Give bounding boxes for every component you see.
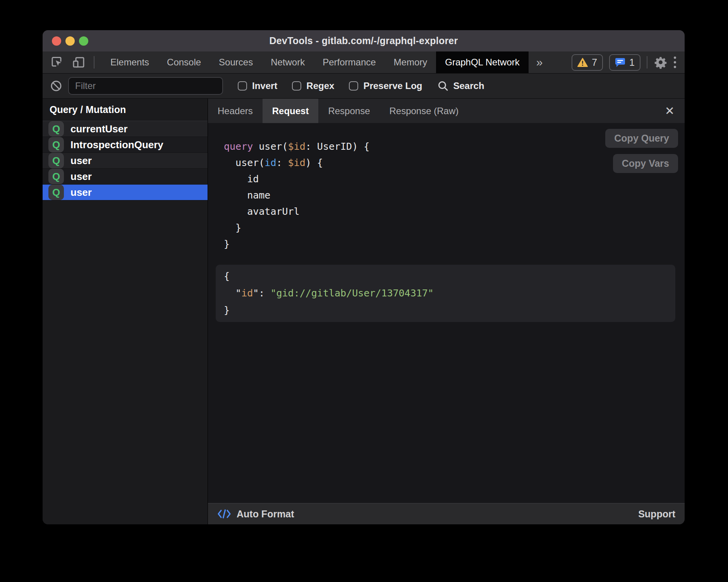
query-type-badge: Q [48, 153, 64, 168]
device-toolbar-icon[interactable] [72, 56, 85, 69]
clear-filter-icon[interactable] [50, 80, 62, 92]
query-list-panel: Query / Mutation QcurrentUserQIntrospect… [43, 99, 208, 524]
tab-memory[interactable]: Memory [385, 51, 436, 73]
request-panel: query user($id: UserID) { user(id: $id) … [208, 123, 685, 503]
settings-gear-icon[interactable] [654, 55, 668, 69]
code-line: } [224, 220, 676, 236]
filter-input[interactable] [68, 77, 223, 95]
search-toggle[interactable]: Search [438, 80, 484, 91]
copy-query-button[interactable]: Copy Query [605, 129, 678, 148]
query-type-badge: Q [48, 137, 64, 152]
devtools-tab-bar: ElementsConsoleSourcesNetworkPerformance… [43, 51, 685, 74]
graphql-query-code: query user($id: UserID) { user(id: $id) … [216, 139, 676, 252]
query-name-label: user [70, 171, 92, 183]
filter-bar: InvertRegexPreserve Log Search [43, 74, 685, 99]
query-name-label: user [70, 155, 92, 167]
devtools-window: DevTools - gitlab.com/-/graphql-explorer… [43, 30, 685, 524]
copy-vars-button[interactable]: Copy Vars [613, 154, 678, 173]
checkbox-regex[interactable]: Regex [292, 80, 334, 91]
toolbar-separator [94, 56, 94, 68]
code-line: } [224, 302, 675, 319]
warning-triangle-icon [577, 58, 588, 67]
detail-tab-response[interactable]: Response [318, 99, 379, 123]
code-line: { [224, 268, 675, 285]
more-tabs-chevron-icon[interactable]: » [529, 51, 551, 73]
close-window-button[interactable] [52, 36, 61, 46]
actions-separator [647, 56, 647, 68]
warnings-badge[interactable]: 7 [572, 54, 603, 71]
detail-tab-bar: HeadersRequestResponseResponse (Raw) ✕ [208, 99, 685, 123]
minimize-window-button[interactable] [65, 36, 75, 46]
issues-count: 1 [629, 57, 635, 68]
search-icon [438, 80, 448, 91]
query-list: QcurrentUserQIntrospectionQueryQuserQuse… [43, 121, 208, 200]
detail-tab-headers[interactable]: Headers [208, 99, 263, 123]
checkbox-label: Preserve Log [363, 80, 422, 91]
code-line: user(id: $id) { [224, 155, 676, 171]
chat-bubble-icon [615, 57, 625, 67]
checkbox-invert[interactable]: Invert [238, 80, 277, 91]
query-name-label: currentUser [70, 123, 127, 135]
inspect-element-icon[interactable] [50, 56, 64, 69]
window-title: DevTools - gitlab.com/-/graphql-explorer [270, 35, 458, 46]
auto-format-button[interactable]: Auto Format [237, 508, 294, 520]
support-link[interactable]: Support [638, 508, 675, 520]
query-list-item[interactable]: QcurrentUser [43, 121, 208, 137]
panel-tabs: ElementsConsoleSourcesNetworkPerformance… [101, 51, 529, 73]
traffic-lights [52, 36, 88, 46]
detail-tab-response-raw-[interactable]: Response (Raw) [379, 99, 468, 123]
query-type-badge: Q [48, 121, 64, 137]
query-list-item[interactable]: Quser [43, 153, 208, 169]
tab-graphql-network[interactable]: GraphQL Network [436, 51, 529, 73]
query-list-item[interactable]: Quser [43, 169, 208, 185]
query-type-badge: Q [48, 169, 64, 184]
tab-elements[interactable]: Elements [101, 51, 158, 73]
zoom-window-button[interactable] [79, 36, 88, 46]
code-line: avatarUrl [224, 204, 676, 220]
query-type-badge: Q [48, 185, 64, 200]
checkbox-box[interactable] [238, 81, 247, 91]
filter-checkboxes: InvertRegexPreserve Log [238, 80, 422, 91]
detail-tab-request[interactable]: Request [263, 99, 319, 123]
query-name-label: IntrospectionQuery [70, 139, 163, 151]
auto-format-icon [217, 508, 231, 519]
checkbox-box[interactable] [349, 81, 358, 91]
checkbox-box[interactable] [292, 81, 301, 91]
warnings-count: 7 [592, 57, 597, 68]
query-list-item[interactable]: Quser [43, 185, 208, 200]
query-list-item[interactable]: QIntrospectionQuery [43, 137, 208, 153]
issues-badge[interactable]: 1 [609, 54, 640, 71]
tab-sources[interactable]: Sources [210, 51, 262, 73]
search-label: Search [453, 80, 484, 91]
tab-performance[interactable]: Performance [314, 51, 385, 73]
code-line: id [224, 171, 676, 187]
status-bar: Auto Format Support [208, 503, 685, 524]
code-line: } [224, 236, 676, 252]
tab-console[interactable]: Console [158, 51, 210, 73]
query-name-label: user [70, 187, 92, 199]
more-options-icon[interactable] [674, 56, 676, 68]
checkbox-label: Invert [252, 80, 277, 91]
checkbox-preserve-log[interactable]: Preserve Log [349, 80, 422, 91]
code-line: name [224, 187, 676, 204]
query-variables-box: { "id": "gid://gitlab/User/13704317"} [216, 265, 675, 322]
checkbox-label: Regex [306, 80, 334, 91]
tab-network[interactable]: Network [262, 51, 314, 73]
close-detail-icon[interactable]: ✕ [663, 104, 676, 118]
code-line: "id": "gid://gitlab/User/13704317" [224, 285, 675, 302]
title-bar: DevTools - gitlab.com/-/graphql-explorer [43, 30, 685, 51]
query-list-header: Query / Mutation [43, 99, 208, 121]
